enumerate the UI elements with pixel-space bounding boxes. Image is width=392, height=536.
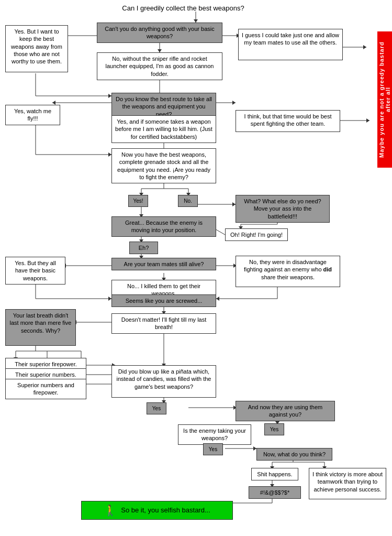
box-b1: Can't you do anything good with your bas… <box>97 23 222 43</box>
box-b36: 🚶 So be it, you selfish bastard... <box>81 501 233 520</box>
box-b6: Yes, watch me fly!!! <box>5 105 60 125</box>
box-b16: Are your team mates still alive? <box>111 258 216 270</box>
svg-marker-22 <box>232 101 236 105</box>
box-b25: Superior numbers and firepower. <box>5 379 86 399</box>
box-b2: Yes. But I want to keep the best weapons… <box>5 25 68 72</box>
box-b3: No, without the sniper rifle and rocket … <box>97 52 222 80</box>
box-b35: #!&@$$?$* <box>249 486 301 499</box>
box-b29: Yes <box>264 423 284 435</box>
box-b26: Did you blow up like a piñata which, ins… <box>111 365 216 398</box>
box-b7: Yes, and if someone takes a weapon befor… <box>111 115 216 143</box>
page-title: Can I greedily collect the best weapons? <box>79 4 288 12</box>
box-b8: I think, but that time would be best spe… <box>236 110 340 132</box>
side-banner: Maybe you are not a greedy bastard after… <box>377 31 392 168</box>
box-b32: Now, what do you think? <box>256 448 332 461</box>
box-b21: Your last breath didn't last more than m… <box>5 309 76 346</box>
box-b28: And now they are using them against you? <box>236 401 335 421</box>
box-b15: Eh? <box>129 242 158 254</box>
box-b22: Doesn't matter! I'll fight till my last … <box>111 313 216 334</box>
svg-marker-9 <box>363 45 366 49</box>
svg-marker-61 <box>216 297 219 301</box>
box-b11: No. <box>178 195 198 207</box>
flowchart-container: Can I greedily collect the best weapons?… <box>0 0 392 536</box>
box-b9: Now you have the best weapons, complete … <box>111 148 216 183</box>
box-b34: I think victory is more about teamwork t… <box>309 468 386 499</box>
box-b10: Yes! <box>128 195 148 207</box>
box-b12: What? What else do yo need? Move your as… <box>236 195 330 223</box>
box-b20: Seems like you are screwed... <box>111 294 216 307</box>
b36-text: So be it, you selfish bastard... <box>121 506 210 515</box>
svg-marker-16 <box>366 118 369 123</box>
box-b17: Yes. But they all have their basic weapo… <box>5 257 65 285</box>
box-b14: Oh! Right! I'm going! <box>225 228 288 241</box>
b36-icon: 🚶 <box>104 504 117 517</box>
box-b13: Great... Because the enemy is moving int… <box>111 216 216 237</box>
b19-bold: did <box>323 266 332 272</box>
box-b30: Is the enemy taking your weapons? <box>178 424 251 445</box>
box-b4: I guess I could take just one and allow … <box>238 29 343 60</box>
svg-marker-18 <box>52 101 55 105</box>
box-b19: No, they were in disadvantage fighting a… <box>236 256 340 287</box>
box-b33: Shit happens. <box>251 468 298 480</box>
box-b27: Yes <box>147 402 166 414</box>
box-b31: Yes <box>203 443 223 455</box>
